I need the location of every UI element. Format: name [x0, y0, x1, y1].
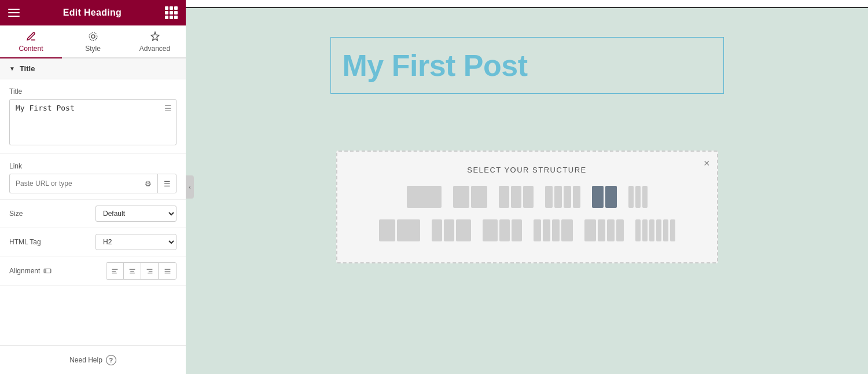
size-select[interactable]: Default SmallMediumLargeXLXXL — [95, 206, 176, 222]
section-title-label: Title — [20, 64, 35, 73]
left-panel: Edit Heading Content Style Advanced — [0, 0, 186, 374]
title-textarea-wrapper: My First Post ☰ — [9, 99, 176, 148]
link-field-label: Link — [9, 162, 176, 170]
structure-4col[interactable] — [543, 184, 583, 210]
dynamic-tags-icon[interactable]: ☰ — [164, 104, 172, 113]
tab-style-label: Style — [85, 45, 101, 53]
title-textarea[interactable]: My First Post — [9, 99, 176, 145]
svg-point-1 — [89, 32, 97, 41]
link-input[interactable] — [10, 175, 139, 192]
alignment-buttons — [106, 262, 176, 280]
align-left-button[interactable] — [106, 263, 124, 279]
tab-content[interactable]: Content — [0, 25, 62, 57]
alignment-text: Alignment — [9, 267, 40, 275]
hamburger-menu-icon[interactable] — [8, 9, 20, 17]
size-label: Size — [9, 210, 23, 218]
size-row: Size Default SmallMediumLargeXLXXL — [0, 200, 186, 228]
need-help-label: Need Help — [69, 356, 102, 364]
alignment-label: Alignment — [9, 267, 52, 275]
link-field-group: Link ⚙ ☰ — [0, 154, 186, 200]
panel-title: Edit Heading — [63, 8, 122, 18]
html-tag-row: HTML Tag H1H2H3H4 H5H6divspanp — [0, 228, 186, 256]
structure-unequal-3col-b[interactable] — [480, 217, 524, 244]
responsive-icon — [43, 267, 52, 275]
section-collapse-icon: ▼ — [9, 65, 15, 72]
title-section-header[interactable]: ▼ Title — [0, 58, 186, 79]
structure-6col[interactable] — [626, 184, 650, 210]
align-center-button[interactable] — [124, 263, 141, 279]
modal-close-button[interactable]: × — [704, 157, 710, 170]
structure-row-unequal — [349, 217, 705, 244]
structure-2col[interactable] — [451, 184, 490, 210]
structure-unequal-3col-a[interactable] — [429, 217, 473, 244]
title-field-group: Title My First Post ☰ — [0, 79, 186, 154]
help-icon[interactable]: ? — [106, 355, 116, 365]
align-justify-button[interactable] — [159, 263, 176, 279]
tab-style[interactable]: Style — [62, 25, 124, 57]
structure-unequal-4col-b[interactable] — [582, 217, 626, 244]
panel-footer: Need Help ? — [0, 345, 186, 374]
align-right-button[interactable] — [141, 263, 159, 279]
svg-point-0 — [91, 35, 95, 38]
canvas-top-bar — [186, 0, 868, 8]
structure-row-equal — [349, 184, 705, 210]
panel-header: Edit Heading — [0, 0, 186, 25]
canvas: My First Post × SELECT YOUR STRUCTURE — [186, 0, 868, 374]
tabs-bar: Content Style Advanced — [0, 25, 186, 58]
svg-rect-2 — [45, 269, 52, 273]
structure-unequal-2col-a[interactable] — [377, 217, 422, 244]
structure-1col[interactable] — [404, 184, 444, 210]
modal-title: SELECT YOUR STRUCTURE — [349, 166, 705, 174]
link-settings-icon[interactable]: ⚙ — [139, 174, 157, 193]
collapse-handle[interactable]: ‹ — [186, 175, 194, 199]
html-tag-select[interactable]: H1H2H3H4 H5H6divspanp — [95, 234, 176, 250]
tab-advanced-label: Advanced — [139, 45, 170, 53]
structure-5col[interactable] — [590, 184, 619, 210]
heading-element[interactable]: My First Post — [330, 37, 724, 94]
title-field-label: Title — [9, 87, 176, 96]
apps-grid-icon[interactable] — [165, 6, 178, 19]
link-dynamic-icon[interactable]: ☰ — [157, 174, 176, 193]
structure-unequal-6col[interactable] — [633, 217, 678, 244]
structure-unequal-4col-a[interactable] — [531, 217, 575, 244]
html-tag-label: HTML Tag — [9, 238, 41, 246]
panel-content: ▼ Title Title My First Post ☰ Link ⚙ ☰ S… — [0, 58, 186, 374]
tab-content-label: Content — [19, 45, 43, 53]
structure-3col[interactable] — [496, 184, 536, 210]
heading-text: My First Post — [343, 48, 712, 83]
tab-advanced[interactable]: Advanced — [124, 25, 186, 57]
link-input-row: ⚙ ☰ — [9, 174, 176, 193]
structure-select-modal: × SELECT YOUR STRUCTURE — [336, 151, 718, 263]
alignment-row: Alignment — [0, 256, 186, 286]
